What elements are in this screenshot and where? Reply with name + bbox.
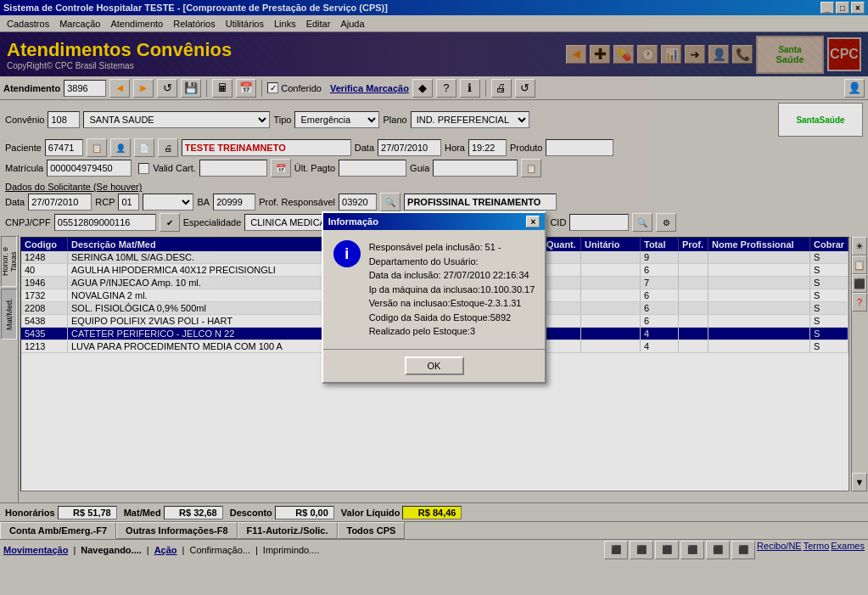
dialog-icon-text: i — [344, 245, 349, 263]
info-dialog: Informação × i Responsável pela inclusão… — [322, 211, 547, 384]
dialog-message: Responsável pela inclusão: 51 -Departame… — [369, 240, 535, 339]
dialog-title: Informação × — [323, 213, 546, 230]
dialog-info-icon: i — [333, 240, 361, 267]
dialog-body: i Responsável pela inclusão: 51 -Departa… — [323, 230, 546, 349]
dialog-ok-button[interactable]: OK — [405, 356, 464, 375]
dialog-close-btn[interactable]: × — [526, 216, 540, 227]
dialog-overlay: Informação × i Responsável pela inclusão… — [0, 0, 868, 595]
dialog-title-text: Informação — [328, 216, 378, 227]
dialog-buttons: OK — [323, 349, 546, 382]
